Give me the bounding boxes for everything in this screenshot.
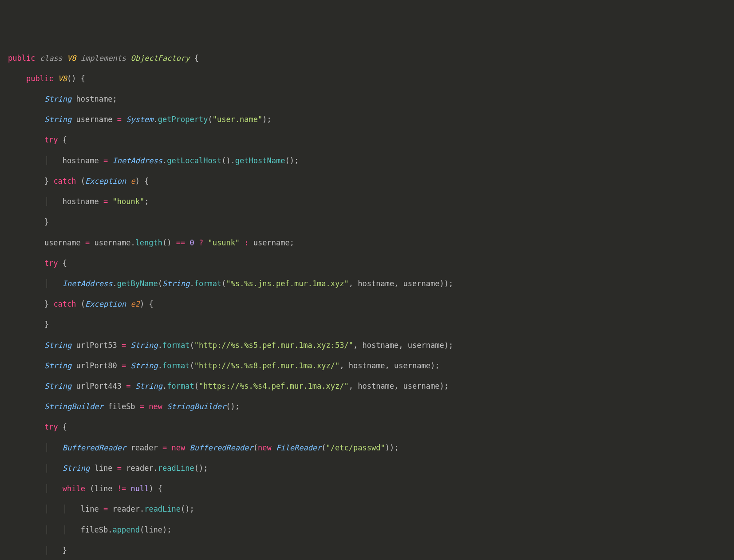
code-line: username = username.length() == 0 ? "usu…	[0, 238, 734, 248]
code-line: String urlPort53 = String.format("http:/…	[0, 340, 734, 351]
code-line: String username = System.getProperty("us…	[0, 114, 734, 125]
code-line: │ hostname = InetAddress.getLocalHost().…	[0, 156, 734, 166]
code-line: StringBuilder fileSb = new StringBuilder…	[0, 402, 734, 412]
code-line: │ │ fileSb.append(line);	[0, 525, 734, 535]
code-line: } catch (Exception e2) {	[0, 299, 734, 309]
code-line: String urlPort80 = String.format("http:/…	[0, 361, 734, 371]
code-line: │ hostname = "hounk";	[0, 197, 734, 207]
code-line: } catch (Exception e) {	[0, 176, 734, 186]
code-line: try {	[0, 258, 734, 268]
code-line: │ }	[0, 545, 734, 556]
code-line: │ BufferedReader reader = new BufferedRe…	[0, 443, 734, 453]
code-line: String hostname;	[0, 94, 734, 104]
code-line: public V8() {	[0, 74, 734, 84]
code-line: try {	[0, 135, 734, 145]
code-line: public class V8 implements ObjectFactory…	[0, 53, 734, 63]
code-line: │ String line = reader.readLine();	[0, 463, 734, 473]
code-line: │ while (line != null) {	[0, 484, 734, 494]
code-editor[interactable]: public class V8 implements ObjectFactory…	[0, 43, 734, 560]
code-line: │ InetAddress.getByName(String.format("%…	[0, 279, 734, 289]
code-line: try {	[0, 422, 734, 432]
code-line: }	[0, 319, 734, 330]
code-line: }	[0, 217, 734, 227]
code-line: String urlPort443 = String.format("https…	[0, 381, 734, 391]
code-line: │ │ line = reader.readLine();	[0, 504, 734, 514]
